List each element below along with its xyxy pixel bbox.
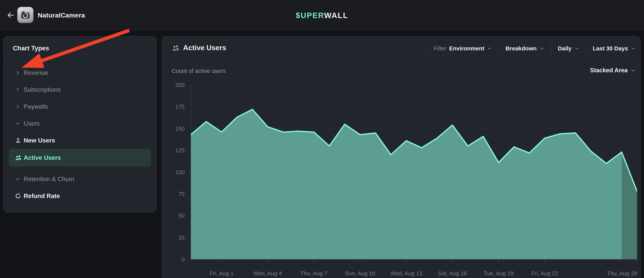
environment-filter-dropdown[interactable]: Filter Environment xyxy=(434,45,492,52)
sidebar-item-label: Subscriptions xyxy=(24,86,60,93)
chart-type-dropdown[interactable]: Stacked Area xyxy=(590,67,636,74)
panel-title-wrap: Active Users xyxy=(172,44,226,52)
chevron-down-icon xyxy=(487,46,492,51)
filter-separator xyxy=(586,43,586,54)
sidebar-item-label: Revenue xyxy=(24,69,48,76)
sidebar-title: Chart Types xyxy=(13,45,49,52)
sidebar-divider xyxy=(4,60,156,61)
breakdown-dropdown[interactable]: Breakdown xyxy=(506,45,544,52)
date-range-dropdown[interactable]: Last 30 Days xyxy=(593,45,636,52)
chevron-down-icon xyxy=(15,176,20,182)
breakdown-value: Breakdown xyxy=(506,45,537,52)
chevron-down-icon xyxy=(630,68,636,73)
chart-caption: Count of active users xyxy=(172,68,226,74)
sidebar-item-revenue[interactable]: Revenue xyxy=(4,64,156,81)
y-axis-tick-label: 125 xyxy=(164,147,185,154)
sidebar-item-label: Retention & Churn xyxy=(24,176,74,183)
y-axis-tick-label: 0 xyxy=(164,256,185,263)
panel-title: Active Users xyxy=(183,44,226,52)
chevron-down-icon xyxy=(15,121,20,126)
sidebar-item-paywalls[interactable]: Paywalls xyxy=(4,98,156,115)
sidebar-item-label: Refund Rate xyxy=(24,192,60,200)
y-axis-tick-label: 100 xyxy=(164,169,185,176)
date-range-value: Last 30 Days xyxy=(593,45,628,52)
sidebar-item-subscriptions[interactable]: Subscriptions xyxy=(4,81,156,98)
arrow-left-icon xyxy=(6,11,15,19)
chart-subheader: Count of active users Stacked Area xyxy=(162,61,640,82)
granularity-dropdown[interactable]: Daily xyxy=(558,45,579,52)
filter-separator xyxy=(551,43,551,54)
app-icon-camera xyxy=(17,7,34,23)
filter-separator xyxy=(498,43,499,54)
y-axis-tick-label: 150 xyxy=(164,125,185,132)
app-name: NaturalCamera xyxy=(38,11,85,19)
x-axis-tick-label: Sun, Aug 10 xyxy=(345,270,375,277)
x-axis-tick-label: Fri, Aug 22 xyxy=(531,270,558,277)
sidebar-item-users[interactable]: Users xyxy=(4,115,156,132)
x-axis-tick-label: Thu, Aug 7 xyxy=(300,270,328,277)
chevron-right-icon xyxy=(15,87,20,92)
x-axis-tick-label: Mon, Aug 4 xyxy=(254,270,282,277)
chevron-down-icon xyxy=(574,46,579,51)
stacked-area-chart[interactable] xyxy=(191,85,637,265)
back-button[interactable] xyxy=(6,10,16,20)
sidebar-item-label: Users xyxy=(24,120,40,127)
x-axis-tick-label: Tue, Aug 19 xyxy=(484,270,514,277)
active-users-panel: Active Users Filter Environment Breakdow… xyxy=(162,36,641,278)
sidebar-item-new-users[interactable]: New Users xyxy=(4,132,156,149)
filter-label: Filter xyxy=(434,45,446,52)
top-bar: NaturalCamera $UPERWALL xyxy=(0,0,644,30)
granularity-value: Daily xyxy=(558,45,572,52)
x-axis-tick-label: Sat, Aug 16 xyxy=(438,270,467,277)
camera-icon xyxy=(20,9,31,20)
person-icon xyxy=(15,137,21,144)
sidebar-item-label: Active Users xyxy=(24,154,61,161)
sidebar-item-retention-churn[interactable]: Retention & Churn xyxy=(4,171,156,187)
sidebar-item-label: Paywalls xyxy=(24,103,48,110)
environment-filter-value: Environment xyxy=(449,45,484,52)
sidebar-item-refund-rate[interactable]: Refund Rate xyxy=(4,187,156,204)
area-fill-incomplete xyxy=(622,152,637,259)
logo-secondary: WALL xyxy=(324,11,348,20)
y-axis-tick-label: 50 xyxy=(164,213,185,219)
filter-bar: Filter Environment Breakdown Daily Last … xyxy=(427,36,636,60)
chevron-right-icon xyxy=(15,104,20,109)
x-axis-tick-label: Wed, Aug 13 xyxy=(390,270,422,277)
refresh-icon xyxy=(15,193,21,199)
panel-header: Active Users Filter Environment Breakdow… xyxy=(162,36,640,60)
y-axis-tick-label: 25 xyxy=(164,234,185,241)
x-axis-tick-label: Thu, Aug 28 xyxy=(607,270,637,277)
superwall-logo: $UPERWALL xyxy=(296,11,348,20)
sidebar-item-label: New Users xyxy=(24,137,55,144)
filter-separator xyxy=(427,43,427,54)
logo-primary: $UPER xyxy=(296,11,324,20)
y-axis-tick-label: 75 xyxy=(164,191,185,197)
people-icon xyxy=(172,44,180,52)
chevron-right-icon xyxy=(15,70,20,75)
y-axis-tick-label: 175 xyxy=(164,103,185,110)
sidebar-item-active-users[interactable]: Active Users xyxy=(9,149,151,167)
people-icon xyxy=(15,154,22,161)
chevron-down-icon xyxy=(539,46,544,51)
x-axis-tick-label: Fri, Aug 1 xyxy=(210,270,234,277)
chevron-down-icon xyxy=(631,46,636,51)
y-axis-tick-label: 200 xyxy=(164,82,185,88)
chart-types-panel: Chart Types RevenueSubscriptionsPaywalls… xyxy=(3,36,156,213)
area-fill xyxy=(191,109,622,259)
chart-type-value: Stacked Area xyxy=(590,67,628,74)
sidebar-item-list: RevenueSubscriptionsPaywallsUsersNew Use… xyxy=(4,64,156,204)
